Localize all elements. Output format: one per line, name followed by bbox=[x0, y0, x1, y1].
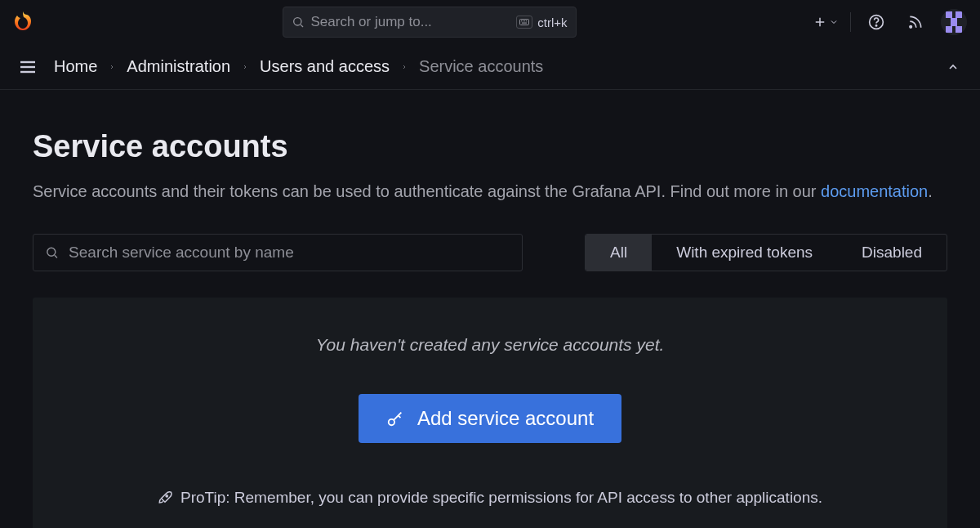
breadcrumbs: Home Administration Users and access Ser… bbox=[54, 57, 543, 76]
top-bar: Search or jump to... ctrl+k bbox=[0, 0, 980, 44]
svg-rect-4 bbox=[523, 20, 523, 21]
help-icon bbox=[868, 14, 884, 30]
search-icon bbox=[292, 16, 305, 29]
filter-expired[interactable]: With expired tokens bbox=[652, 235, 837, 271]
add-menu[interactable] bbox=[813, 15, 839, 29]
hamburger-icon bbox=[18, 57, 38, 77]
page-description: Service accounts and their tokens can be… bbox=[33, 179, 939, 204]
svg-rect-15 bbox=[956, 11, 962, 18]
svg-point-24 bbox=[389, 419, 394, 425]
search-icon bbox=[45, 245, 59, 260]
crumb-users[interactable]: Users and access bbox=[260, 57, 390, 76]
chevron-right-icon bbox=[401, 62, 408, 72]
svg-rect-2 bbox=[520, 20, 529, 25]
top-right-actions bbox=[813, 8, 967, 36]
controls-row: All With expired tokens Disabled bbox=[33, 234, 947, 271]
svg-rect-7 bbox=[522, 23, 527, 24]
svg-rect-3 bbox=[521, 20, 522, 21]
protip-text: ProTip: Remember, you can provide specif… bbox=[180, 489, 822, 507]
user-avatar[interactable] bbox=[941, 9, 967, 35]
filter-all[interactable]: All bbox=[586, 235, 652, 271]
news-button[interactable] bbox=[902, 8, 929, 36]
search-shortcut: ctrl+k bbox=[516, 16, 567, 29]
filter-disabled[interactable]: Disabled bbox=[837, 235, 947, 271]
svg-line-26 bbox=[399, 415, 401, 418]
add-button-label: Add service account bbox=[417, 407, 594, 430]
page-title: Service accounts bbox=[33, 129, 947, 164]
svg-rect-18 bbox=[956, 26, 962, 33]
svg-rect-5 bbox=[524, 20, 525, 21]
crumb-home[interactable]: Home bbox=[54, 57, 97, 76]
svg-rect-14 bbox=[946, 11, 952, 18]
svg-point-27 bbox=[166, 495, 167, 497]
empty-message: You haven't created any service accounts… bbox=[65, 335, 915, 355]
svg-line-23 bbox=[55, 255, 57, 257]
menu-toggle[interactable] bbox=[10, 49, 46, 85]
svg-rect-16 bbox=[951, 18, 957, 26]
svg-point-22 bbox=[47, 248, 56, 256]
protip: ProTip: Remember, you can provide specif… bbox=[65, 489, 915, 507]
svg-point-11 bbox=[875, 25, 876, 26]
grafana-logo[interactable] bbox=[10, 9, 36, 35]
global-search[interactable]: Search or jump to... ctrl+k bbox=[283, 7, 577, 38]
page-body: Service accounts Service accounts and th… bbox=[0, 90, 980, 528]
svg-rect-17 bbox=[946, 26, 952, 33]
key-icon bbox=[386, 409, 404, 427]
svg-line-25 bbox=[394, 413, 401, 420]
help-button[interactable] bbox=[862, 8, 890, 36]
service-account-search[interactable] bbox=[33, 234, 523, 271]
crumb-admin[interactable]: Administration bbox=[127, 57, 230, 76]
add-service-account-button[interactable]: Add service account bbox=[359, 394, 621, 443]
avatar-icon bbox=[941, 9, 967, 35]
documentation-link[interactable]: documentation bbox=[821, 182, 928, 200]
chevron-up-icon bbox=[947, 60, 960, 74]
chevron-down-icon bbox=[829, 17, 839, 27]
svg-point-0 bbox=[293, 18, 301, 25]
plus-icon bbox=[813, 15, 827, 29]
chevron-right-icon bbox=[109, 62, 115, 72]
service-account-search-input[interactable] bbox=[69, 244, 510, 262]
breadcrumb-row: Home Administration Users and access Ser… bbox=[0, 44, 980, 90]
svg-line-1 bbox=[301, 25, 303, 27]
divider bbox=[850, 12, 851, 32]
crumb-current: Service accounts bbox=[419, 57, 543, 76]
chevron-right-icon bbox=[242, 62, 248, 72]
svg-rect-6 bbox=[526, 20, 527, 21]
collapse-button[interactable] bbox=[939, 53, 967, 81]
empty-state-panel: You haven't created any service accounts… bbox=[33, 298, 947, 528]
svg-point-12 bbox=[910, 26, 912, 29]
rss-icon bbox=[907, 14, 924, 30]
rocket-icon bbox=[158, 490, 172, 505]
filter-tabs: All With expired tokens Disabled bbox=[585, 234, 947, 271]
search-placeholder: Search or jump to... bbox=[311, 14, 510, 30]
